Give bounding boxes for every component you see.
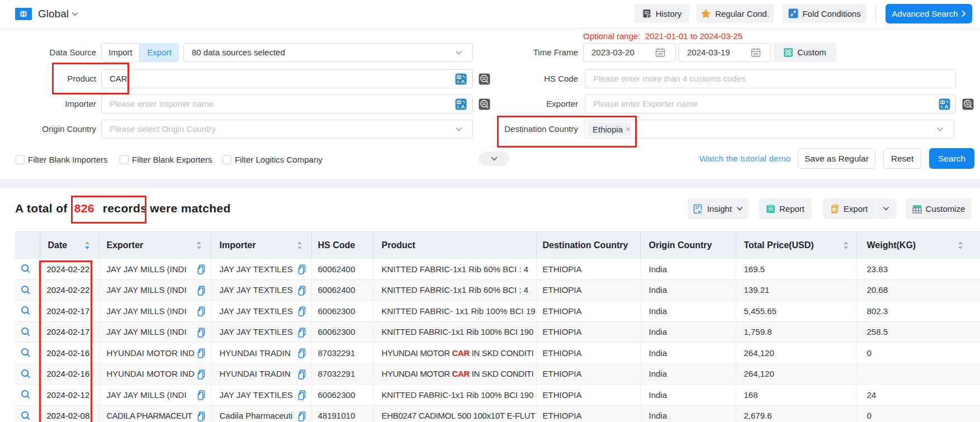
svg-text:A: A [461, 78, 465, 84]
svg-text:A: A [461, 103, 465, 110]
svg-text:A: A [945, 103, 949, 110]
svg-text:BI: BI [698, 210, 702, 214]
